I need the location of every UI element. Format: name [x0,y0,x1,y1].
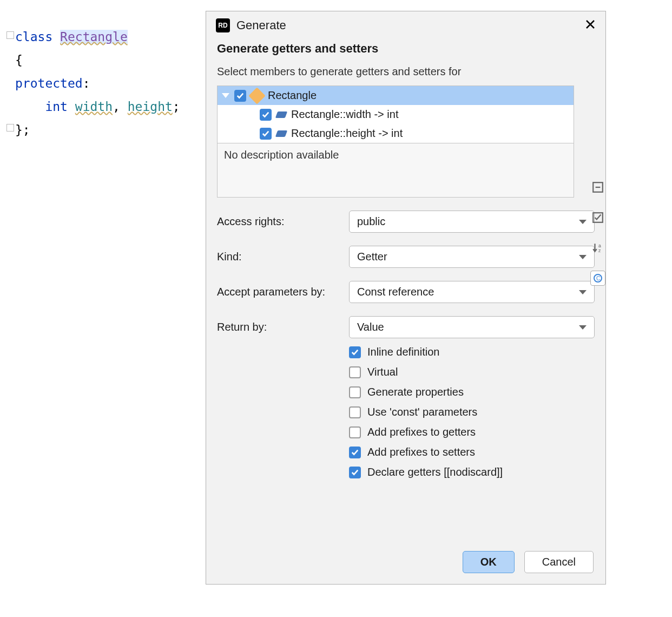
option-label: Generate properties [367,386,464,398]
dialog-heading: Generate getters and setters [217,42,595,56]
accept-params-value: Const reference [357,286,434,298]
svg-text:C: C [596,275,600,281]
collapse-all-icon[interactable] [590,180,605,195]
option-virtual[interactable]: Virtual [349,366,595,378]
kind-label: Kind: [217,251,338,263]
checkbox[interactable] [349,366,361,378]
ok-button[interactable]: OK [463,551,515,573]
code-line: class Rectangle [0,25,206,49]
option-inline[interactable]: Inline definition [349,346,595,358]
access-rights-select[interactable]: public [349,211,595,233]
access-rights-value: public [357,215,385,228]
checkbox[interactable] [349,406,361,418]
expand-icon[interactable] [222,93,229,98]
return-by-label: Return by: [217,321,338,333]
dialog-instruction: Select members to generate getters and s… [217,65,595,78]
dialog-title: Generate [236,18,578,32]
field-icon [275,130,287,137]
checkbox[interactable] [349,426,361,438]
fold-icon[interactable] [6,124,14,132]
chevron-down-icon [579,220,587,224]
option-prefix-setters[interactable]: Add prefixes to setters [349,446,595,458]
cancel-button[interactable]: Cancel [524,551,594,573]
select-all-icon[interactable] [590,210,605,225]
chevron-down-icon [579,325,587,330]
field-icon [275,111,287,118]
tree-member-row[interactable]: Rectangle::width -> int [218,105,574,124]
checkbox[interactable] [349,386,361,398]
checkbox[interactable] [234,90,246,102]
chevron-down-icon [579,255,587,259]
code-line: int width, height; [0,95,206,119]
option-use-const[interactable]: Use 'const' parameters [349,406,595,418]
code-line: { [0,49,206,72]
option-label: Declare getters [[nodiscard]] [367,466,503,478]
tree-member-label: Rectangle::width -> int [291,108,398,121]
fold-icon[interactable] [6,31,14,39]
option-label: Use 'const' parameters [367,406,477,418]
return-by-value: Value [357,321,384,333]
checkbox[interactable] [349,447,361,458]
generate-dialog: Generate Generate getters and setters Se… [206,11,606,585]
access-rights-label: Access rights: [217,215,338,228]
return-by-select[interactable]: Value [349,316,595,338]
option-label: Add prefixes to setters [367,446,475,458]
checkbox[interactable] [260,109,272,121]
code-editor[interactable]: class Rectangle { protected: int width, … [0,0,206,142]
tree-root-label: Rectangle [268,89,317,102]
app-icon [216,18,230,32]
tree-member-row[interactable]: Rectangle::height -> int [218,124,574,143]
description-box: No description available [217,143,574,198]
code-line: }; [0,119,206,142]
checkbox[interactable] [260,128,272,140]
class-icon [248,87,265,104]
close-icon[interactable] [585,18,596,33]
svg-text:z: z [598,248,601,253]
option-label: Add prefixes to getters [367,426,476,438]
member-tree[interactable]: Rectangle Rectangle::width -> int Rectan… [217,86,574,143]
tree-root-row[interactable]: Rectangle [218,86,574,105]
option-prefix-getters[interactable]: Add prefixes to getters [349,426,595,438]
code-line: protected: [0,72,206,95]
kind-value: Getter [357,251,387,263]
option-label: Virtual [367,366,398,378]
option-nodiscard[interactable]: Declare getters [[nodiscard]] [349,466,595,478]
sort-alpha-icon[interactable]: az [590,240,605,255]
tree-member-label: Rectangle::height -> int [291,127,403,140]
class-filter-icon[interactable]: C [590,271,605,286]
checkbox[interactable] [349,346,361,358]
option-generate-properties[interactable]: Generate properties [349,386,595,398]
accept-params-select[interactable]: Const reference [349,281,595,303]
checkbox[interactable] [349,467,361,478]
accept-params-label: Accept parameters by: [217,286,338,298]
option-label: Inline definition [367,346,439,358]
kind-select[interactable]: Getter [349,246,595,268]
chevron-down-icon [579,290,587,294]
